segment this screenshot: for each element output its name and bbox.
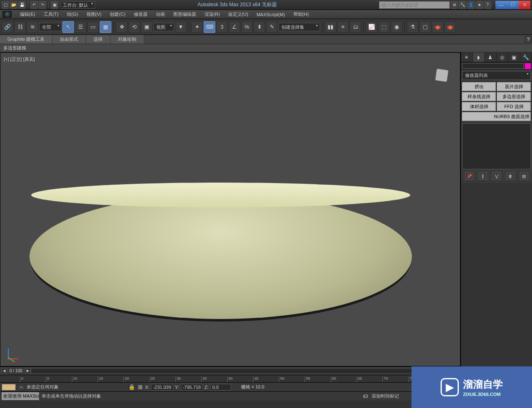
viewport[interactable]: [+] [正交] [真实] bbox=[0, 52, 461, 366]
ribbon-help-icon[interactable]: ? bbox=[525, 36, 532, 43]
align-icon[interactable]: ≡ bbox=[337, 21, 349, 33]
connect-icon[interactable]: ⚙ bbox=[451, 1, 458, 9]
workspace-dropdown[interactable]: 工作台: 默认 bbox=[61, 1, 95, 9]
pin-stack-icon[interactable]: 📌 bbox=[465, 172, 473, 180]
viewcube-icon[interactable] bbox=[435, 69, 448, 82]
selection-filter-dropdown[interactable]: 全部 bbox=[39, 23, 62, 31]
time-prev-icon[interactable]: ◀ bbox=[1, 368, 7, 374]
menu-views[interactable]: 视图(V) bbox=[82, 10, 106, 18]
angle-snap-icon[interactable]: ∠ bbox=[229, 21, 240, 33]
render-iterative-icon[interactable]: 🫖 bbox=[444, 21, 456, 33]
menu-maxscript[interactable]: MAXScript(M) bbox=[252, 11, 289, 18]
percent-snap-icon[interactable]: % bbox=[241, 21, 253, 33]
rect-region-icon[interactable]: ▭ bbox=[87, 21, 99, 33]
render-icon[interactable]: 🫖 bbox=[432, 21, 443, 33]
mod-btn-ffd-select[interactable]: FFD 选择 bbox=[497, 102, 531, 111]
save-icon[interactable]: 💾 bbox=[18, 1, 26, 9]
project-icon[interactable]: ▣ bbox=[51, 1, 58, 9]
bind-icon[interactable]: ≋ bbox=[27, 21, 38, 33]
mod-btn-nurbs[interactable]: NURBS 曲面选择 bbox=[462, 112, 531, 121]
render-setup-icon[interactable]: ⚗ bbox=[407, 21, 419, 33]
time-tag-icon[interactable]: 🏷 bbox=[362, 393, 369, 400]
modifier-stack[interactable] bbox=[462, 124, 531, 169]
cp-display-tab[interactable]: ▣ bbox=[508, 52, 520, 62]
make-unique-icon[interactable]: ⋁ bbox=[493, 172, 501, 180]
z-value[interactable]: 0.0 bbox=[210, 384, 231, 391]
show-result-icon[interactable]: ‖ bbox=[479, 172, 487, 180]
cp-utilities-tab[interactable]: 🔧 bbox=[520, 52, 532, 62]
cp-motion-tab[interactable]: ◎ bbox=[497, 52, 509, 62]
open-icon[interactable]: 📂 bbox=[10, 1, 17, 9]
cp-create-tab[interactable]: ☀ bbox=[461, 52, 473, 62]
menu-create[interactable]: 创建(C) bbox=[106, 10, 129, 18]
ref-coord-dropdown[interactable]: 视图 bbox=[153, 23, 174, 31]
scale-icon[interactable]: ▣ bbox=[141, 21, 153, 33]
mod-btn-vol-select[interactable]: 体积选择 bbox=[462, 102, 496, 111]
help-search-input[interactable] bbox=[379, 1, 450, 9]
unlink-icon[interactable]: ⛓ bbox=[14, 21, 26, 33]
cp-hierarchy-tab[interactable]: ♟ bbox=[485, 52, 497, 62]
cp-modify-tab[interactable]: ◗ bbox=[473, 52, 485, 62]
select-object-icon[interactable]: ↖ bbox=[62, 21, 74, 33]
y-value[interactable]: -795.718 bbox=[181, 384, 203, 391]
window-crossing-icon[interactable]: ▦ bbox=[100, 21, 111, 33]
link-icon[interactable]: 🔗 bbox=[2, 21, 13, 33]
menu-edit[interactable]: 编辑(E) bbox=[16, 10, 39, 18]
rotate-icon[interactable]: ⟲ bbox=[128, 21, 140, 33]
object-color-swatch[interactable] bbox=[525, 63, 531, 69]
viewport-label[interactable]: [+] [正交] [真实] bbox=[4, 56, 35, 62]
pivot-icon[interactable]: ▼ bbox=[175, 21, 187, 33]
material-editor-icon[interactable]: ◉ bbox=[391, 21, 402, 33]
mirror-icon[interactable]: ▮▮ bbox=[325, 21, 336, 33]
modifier-list-dropdown[interactable]: 修改器列表 bbox=[462, 71, 531, 80]
menu-group[interactable]: 组(G) bbox=[63, 10, 82, 18]
remove-mod-icon[interactable]: 🗑 bbox=[506, 172, 515, 180]
mini-curve-icon[interactable]: ~ bbox=[17, 384, 25, 391]
menu-help[interactable]: 帮助(H) bbox=[289, 10, 313, 18]
time-next-icon[interactable]: ▶ bbox=[25, 368, 31, 374]
x-value[interactable]: -231.039 bbox=[151, 384, 173, 391]
spinner-snap-icon[interactable]: ⬍ bbox=[254, 21, 265, 33]
object-name-field[interactable] bbox=[462, 63, 524, 69]
app-logo-icon[interactable]: ⓔ bbox=[2, 10, 12, 19]
ribbon-tab-freeform[interactable]: 自由形式 bbox=[52, 35, 86, 44]
named-selection-icon[interactable]: ✎ bbox=[266, 21, 278, 33]
mod-btn-spline-select[interactable]: 样条线选择 bbox=[462, 92, 496, 101]
add-time-tag[interactable]: 添加时间标记 bbox=[372, 393, 399, 399]
curve-editor-icon[interactable]: 📈 bbox=[366, 21, 377, 33]
keyboard-shortcut-icon[interactable]: ⌨ bbox=[204, 21, 215, 33]
redo-icon[interactable]: ↷ bbox=[39, 1, 46, 9]
menu-graph-editors[interactable]: 图形编辑器 bbox=[169, 10, 200, 18]
ribbon-tab-graphite[interactable]: Graphite 建模工具 bbox=[0, 35, 52, 44]
snap-3d-icon[interactable]: 3 bbox=[216, 21, 228, 33]
help-icon[interactable]: ? bbox=[484, 1, 491, 9]
menu-animation[interactable]: 动画 bbox=[152, 10, 169, 18]
mod-btn-extrude[interactable]: 挤出 bbox=[462, 82, 496, 91]
menu-customize[interactable]: 自定义(U) bbox=[224, 10, 252, 18]
ribbon-tab-selection[interactable]: 选择 bbox=[86, 35, 111, 44]
render-frame-icon[interactable]: ▢ bbox=[419, 21, 431, 33]
menu-modifiers[interactable]: 修改器 bbox=[130, 10, 152, 18]
tools-icon[interactable]: 🔧 bbox=[459, 1, 466, 9]
user-icon[interactable]: 👤 bbox=[467, 1, 475, 9]
layer-icon[interactable]: 🗂 bbox=[350, 21, 361, 33]
config-sets-icon[interactable]: ▤ bbox=[520, 172, 528, 180]
mod-btn-poly-select[interactable]: 多边形选择 bbox=[497, 92, 531, 101]
favorite-icon[interactable]: ★ bbox=[475, 1, 483, 9]
named-selection-dropdown[interactable]: 创建选择集 bbox=[278, 23, 320, 31]
minimize-button[interactable]: — bbox=[495, 1, 507, 9]
manipulate-icon[interactable]: ✦ bbox=[191, 21, 203, 33]
scene-object-disc[interactable] bbox=[30, 194, 412, 319]
menu-rendering[interactable]: 渲染(R) bbox=[200, 10, 224, 18]
undo-icon[interactable]: ↶ bbox=[30, 1, 38, 9]
schematic-icon[interactable]: ⬚ bbox=[378, 21, 390, 33]
close-button[interactable]: ✕ bbox=[519, 1, 530, 9]
ribbon-tab-paint[interactable]: 对象绘制 bbox=[111, 35, 144, 44]
move-icon[interactable]: ✥ bbox=[116, 21, 128, 33]
lock-selection-icon[interactable]: 🔒 bbox=[128, 384, 135, 391]
maximize-button[interactable]: ☐ bbox=[507, 1, 519, 9]
menu-tools[interactable]: 工具(T) bbox=[39, 10, 63, 18]
mod-btn-patch-select[interactable]: 面片选择 bbox=[497, 82, 531, 91]
select-by-name-icon[interactable]: ☰ bbox=[75, 21, 86, 33]
iso-selection-icon[interactable]: ⊞ bbox=[137, 384, 143, 391]
